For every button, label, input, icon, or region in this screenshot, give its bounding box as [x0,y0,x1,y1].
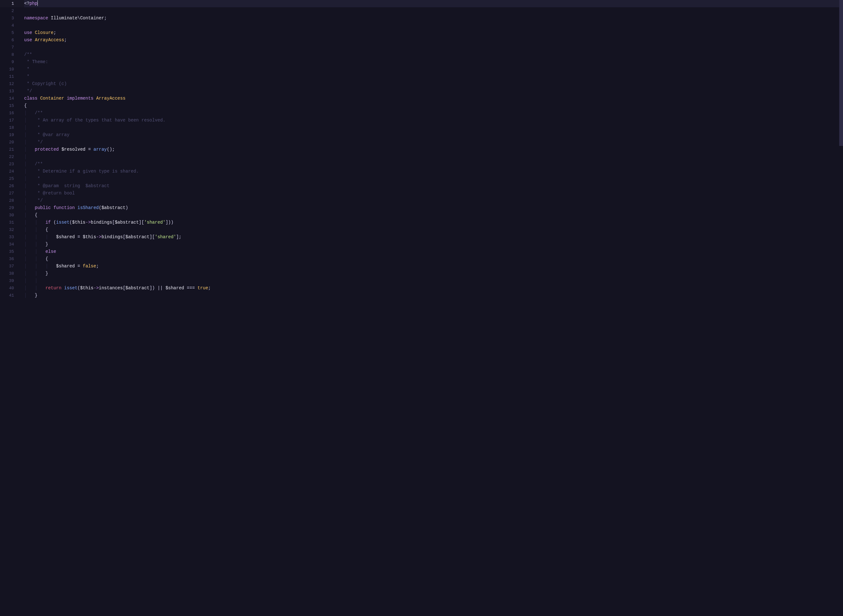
code-line[interactable]: │ │ } [24,241,839,248]
line-number[interactable]: 26 [0,182,14,190]
code-line[interactable]: │ [24,153,839,160]
line-number[interactable]: 36 [0,255,14,263]
code-editor[interactable]: 1234567891011121314151617181920212223242… [0,0,843,616]
line-number[interactable]: 38 [0,270,14,277]
code-line[interactable]: │ */ [24,139,839,146]
code-token: │ │ │ [24,264,56,269]
code-token: ) [125,205,128,210]
code-line[interactable]: │ * @return bool [24,190,839,197]
line-number[interactable]: 17 [0,117,14,124]
line-number[interactable]: 14 [0,95,14,102]
line-number[interactable]: 8 [0,51,14,59]
code-token: │ [24,118,35,123]
line-number[interactable]: 32 [0,226,14,233]
code-line[interactable] [24,22,839,29]
code-line[interactable]: │ } [24,292,839,299]
code-line[interactable]: │ * An array of the types that have been… [24,117,839,124]
code-line[interactable]: * Theme: [24,59,839,66]
line-number[interactable]: 12 [0,80,14,88]
code-token: /** [35,110,43,116]
code-line[interactable]: │ │ if (isset($this->bindings[$abstract]… [24,219,839,226]
line-number[interactable]: 39 [0,277,14,285]
line-number[interactable]: 2 [0,7,14,15]
vertical-scrollbar-thumb[interactable] [839,0,843,146]
code-line[interactable]: │ * [24,175,839,182]
code-line[interactable]: use ArrayAccess; [24,37,839,44]
line-number[interactable]: 3 [0,15,14,22]
code-token: ArrayAccess [96,96,125,101]
code-line[interactable]: │ │ else [24,248,839,255]
line-number[interactable]: 41 [0,292,14,299]
code-line[interactable]: namespace Illuminate\Container; [24,15,839,22]
line-number[interactable]: 40 [0,285,14,292]
code-token: │ │ [24,271,46,276]
code-token: isset [56,220,69,225]
code-area[interactable]: <?phpnamespace Illuminate\Container;use … [20,0,839,616]
line-number[interactable]: 27 [0,190,14,197]
line-number[interactable]: 22 [0,153,14,160]
code-line[interactable]: │ */ [24,197,839,204]
line-number[interactable]: 29 [0,204,14,211]
code-line[interactable]: │ │ [24,277,839,285]
line-number[interactable]: 30 [0,211,14,219]
code-line[interactable]: │ { [24,211,839,219]
line-number[interactable]: 33 [0,233,14,241]
line-number[interactable]: 19 [0,131,14,139]
line-number[interactable]: 18 [0,124,14,131]
line-number[interactable]: 9 [0,59,14,66]
code-token: = [88,147,91,152]
code-line[interactable]: │ │ │ $shared = $this->bindings[$abstrac… [24,233,839,241]
code-line[interactable]: │ * @var array [24,131,839,139]
code-line[interactable]: * [24,73,839,80]
code-line[interactable] [24,7,839,15]
line-number[interactable]: 35 [0,248,14,255]
line-number[interactable]: 28 [0,197,14,204]
code-line[interactable]: /** [24,51,839,59]
line-number-gutter[interactable]: 1234567891011121314151617181920212223242… [0,0,20,616]
line-number[interactable]: 23 [0,160,14,168]
line-number[interactable]: 1 [0,0,14,7]
line-number[interactable]: 10 [0,66,14,73]
code-token [93,96,96,101]
code-line[interactable] [24,44,839,51]
code-line[interactable]: │ * Determine if a given type is shared. [24,168,839,175]
line-number[interactable]: 31 [0,219,14,226]
code-line[interactable]: │ * [24,124,839,131]
vertical-scrollbar-track[interactable] [839,0,843,616]
code-line[interactable]: use Closure; [24,29,839,37]
code-line[interactable]: */ [24,88,839,95]
code-line[interactable]: │ /** [24,109,839,117]
line-number[interactable]: 24 [0,168,14,175]
line-number[interactable]: 20 [0,139,14,146]
line-number[interactable]: 13 [0,88,14,95]
line-number[interactable]: 21 [0,146,14,153]
code-line[interactable]: │ │ { [24,226,839,233]
code-line[interactable]: * Copyright (c) [24,80,839,88]
line-number[interactable]: 15 [0,102,14,109]
code-line[interactable]: │ │ } [24,270,839,277]
code-line[interactable]: │ /** [24,160,839,168]
line-number[interactable]: 4 [0,22,14,29]
line-number[interactable]: 37 [0,263,14,270]
code-line[interactable]: class Container implements ArrayAccess [24,95,839,102]
line-number[interactable]: 7 [0,44,14,51]
line-number[interactable]: 11 [0,73,14,80]
code-token: -> [93,286,99,290]
code-line[interactable]: │ public function isShared($abstract) [24,204,839,211]
code-token: php [29,1,37,6]
line-number[interactable]: 34 [0,241,14,248]
line-number[interactable]: 16 [0,109,14,117]
code-line[interactable]: { [24,102,839,109]
code-token: │ │ [24,278,37,283]
line-number[interactable]: 6 [0,37,14,44]
code-token: │ │ [24,227,46,232]
line-number[interactable]: 5 [0,29,14,37]
code-line[interactable]: <?php [24,0,839,7]
code-line[interactable]: │ │ │ $shared = false; [24,263,839,270]
code-line[interactable]: │ * @param string $abstract [24,182,839,190]
code-line[interactable]: * [24,66,839,73]
code-line[interactable]: │ protected $resolved = array(); [24,146,839,153]
line-number[interactable]: 25 [0,175,14,182]
code-line[interactable]: │ │ return isset($this->instances[$abstr… [24,285,839,292]
code-line[interactable]: │ │ { [24,255,839,263]
